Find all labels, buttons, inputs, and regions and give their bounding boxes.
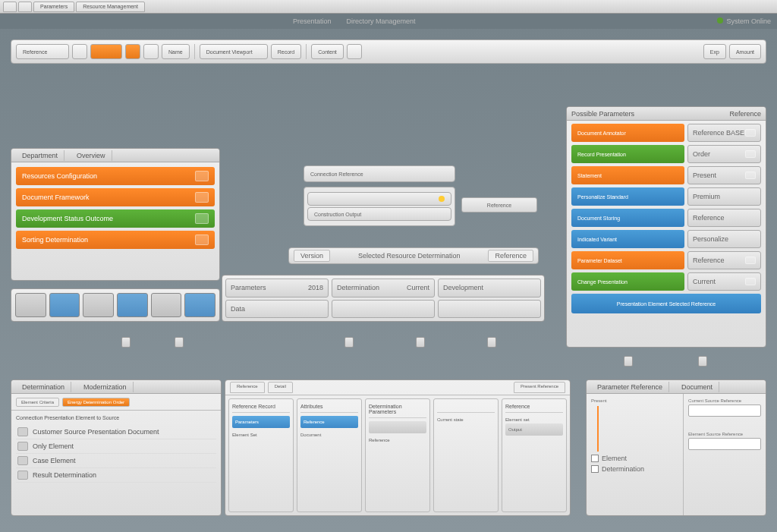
right-indicated-variant[interactable]: Indicated Variant (571, 230, 684, 248)
bc-tab-0[interactable]: Reference (230, 382, 265, 393)
center-diagram: Connection Reference Construction Output (304, 165, 455, 226)
bar-document-framework[interactable]: Document Framework (16, 188, 215, 206)
right-header-right: Reference (729, 110, 761, 118)
menu-presentation[interactable]: Presentation (293, 17, 332, 25)
bc-chip-params[interactable]: Parameters (232, 416, 290, 428)
side-node-reference[interactable]: Reference (461, 197, 537, 212)
tab-mini-2[interactable] (18, 2, 32, 12)
br-input-2[interactable] (688, 438, 761, 450)
readout-version[interactable]: Version (294, 250, 330, 262)
right-document-annotator[interactable]: Document Annotator (571, 124, 684, 142)
bc-col-0: Reference Record Parameters Element Set (228, 398, 294, 512)
right-parameter-dataset[interactable]: Parameter Dataset (571, 251, 684, 269)
toolbar-amount[interactable]: Amount (729, 44, 761, 59)
button-strip (11, 288, 220, 322)
right-wide-button[interactable]: Presentation Element Selected Reference (571, 294, 761, 313)
badge-icon (745, 257, 756, 264)
grid-data[interactable]: Data (225, 300, 329, 319)
strip-btn-5[interactable] (151, 293, 182, 317)
right-side-7[interactable]: Current (687, 272, 761, 291)
right-side-1[interactable]: Order (687, 145, 761, 163)
bar-resources-config[interactable]: Resources Configuration (16, 167, 215, 185)
badge-icon (745, 172, 756, 179)
strip-btn-6[interactable] (184, 293, 215, 317)
bar-dev-status[interactable]: Development Status Outcome (16, 209, 215, 228)
right-side-2[interactable]: Present (687, 166, 761, 184)
right-side-4[interactable]: Reference (687, 209, 761, 227)
right-personalize-standard[interactable]: Personalize Standard (571, 187, 684, 206)
toolbar-name[interactable]: Name (162, 44, 190, 59)
readout-bar: Version Selected Resource Determination … (288, 247, 539, 264)
bl-tab-determination[interactable]: Determination (16, 382, 71, 392)
bc-chip-ref[interactable]: Reference (300, 416, 358, 428)
tab-parameters[interactable]: Parameters (33, 2, 74, 12)
right-side-3[interactable]: Premium (687, 187, 761, 206)
left-panel: Department Overview Resources Configurat… (11, 148, 220, 281)
badge-icon (745, 129, 756, 137)
left-tab-overview[interactable]: Overview (71, 150, 112, 161)
bc-head-2: Determination Parameters (369, 402, 426, 418)
port-2 (175, 337, 184, 348)
grid-r2c2[interactable] (332, 300, 435, 319)
tab-mini-1[interactable] (3, 2, 17, 12)
main-toolbar: Reference Name Document Viewport Record … (11, 39, 766, 64)
node-construction-output[interactable]: Construction Output (307, 207, 451, 221)
toolbar-icon-1[interactable] (72, 44, 87, 59)
bl-item-0[interactable]: Customer Source Presentation Document (16, 425, 216, 439)
right-side-0[interactable]: Reference BASE (687, 124, 761, 142)
port-3 (344, 337, 354, 348)
right-document-storing[interactable]: Document Storing (571, 209, 684, 227)
strip-btn-4[interactable] (117, 293, 148, 317)
node-connection-ref[interactable]: Connection Reference (304, 165, 455, 182)
br-tab-parameter[interactable]: Parameter Reference (591, 382, 669, 392)
readout-reference[interactable]: Reference (488, 250, 533, 262)
bl-seg-element[interactable]: Element Criteria (16, 398, 59, 407)
right-side-5[interactable]: Personalize (687, 230, 761, 248)
toolbar-orange-icon[interactable] (125, 44, 140, 59)
toolbar-exp[interactable]: Exp (703, 44, 726, 59)
toolbar-orange-action[interactable] (90, 44, 122, 59)
bl-item-3[interactable]: Result Determination (16, 468, 216, 483)
br-right-label-2: Element Source Reference (688, 432, 761, 436)
grid-determination[interactable]: DeterminationCurrent (332, 279, 435, 297)
bc-chip-2a[interactable] (369, 421, 426, 433)
strip-btn-1[interactable] (15, 293, 46, 317)
menu-directory[interactable]: Directory Management (346, 17, 415, 25)
bc-tab-2[interactable]: Present Reference (514, 382, 565, 393)
grid-development[interactable]: Development (438, 279, 541, 297)
toolbar-icon-3[interactable] (347, 44, 362, 59)
tab-resource-management[interactable]: Resource Management (76, 2, 145, 12)
list-icon (17, 456, 28, 465)
right-statement[interactable]: Statement (571, 166, 684, 184)
bl-tab-modernization[interactable]: Modernization (77, 382, 134, 392)
document-icon (195, 192, 209, 203)
status-indicator: System Online (717, 17, 771, 25)
grid-r2c3[interactable] (438, 300, 541, 319)
toolbar-reference[interactable]: Reference (16, 44, 69, 59)
badge-icon (745, 150, 756, 158)
strip-btn-3[interactable] (83, 293, 114, 317)
bc-chip-4[interactable]: Output (505, 423, 563, 436)
br-check-determination[interactable]: Determination (591, 465, 678, 473)
right-side-6[interactable]: Reference (687, 251, 761, 269)
br-tab-document[interactable]: Document (675, 382, 719, 392)
bl-seg-energy[interactable]: Energy Determination Order (62, 398, 130, 407)
br-check-element[interactable]: Element (591, 455, 678, 462)
document-icon (195, 235, 209, 245)
br-input-1[interactable] (688, 405, 761, 417)
bl-item-2[interactable]: Case Element (16, 454, 216, 468)
right-record-presentation[interactable]: Record Presentation (571, 145, 684, 163)
right-change-presentation[interactable]: Change Presentation (571, 272, 684, 291)
left-tab-department[interactable]: Department (16, 150, 64, 161)
toolbar-content[interactable]: Content (311, 44, 344, 59)
strip-btn-2[interactable] (49, 293, 80, 317)
bottom-left-panel: Determination Modernization Element Crit… (11, 379, 222, 516)
bc-tab-1[interactable]: Detail (268, 382, 293, 393)
grid-parameters[interactable]: Parameters2018 (225, 279, 329, 297)
toolbar-document-viewport[interactable]: Document Viewport (200, 44, 268, 59)
bar-sorting[interactable]: Sorting Determination (16, 231, 215, 249)
toolbar-record[interactable]: Record (271, 44, 302, 59)
node-sub-1[interactable] (307, 192, 451, 206)
bl-item-1[interactable]: Only Element (16, 439, 216, 454)
toolbar-icon-2[interactable] (143, 44, 159, 59)
